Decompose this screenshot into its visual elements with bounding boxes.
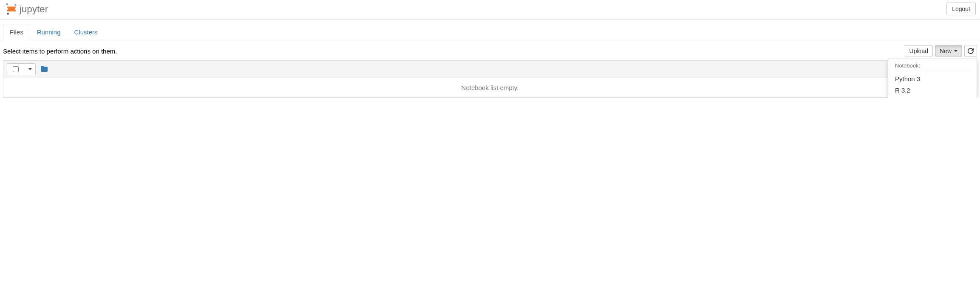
refresh-icon [968,48,974,54]
list-empty-message: Notebook list empty. [3,78,977,98]
folder-icon [41,66,48,72]
list-header [3,60,977,78]
new-dropdown-menu: Notebook: Python 3 R 3.2 R 3.3 R 3.4 Oth… [888,59,977,98]
select-all-checkbox-wrapper[interactable] [7,64,24,75]
caret-down-icon [28,68,32,70]
file-list-area: Notebook list empty. [0,60,980,98]
jupyter-logo[interactable]: jupyter [3,2,58,16]
new-r33[interactable]: R 3.3 [888,96,977,98]
select-all-group [7,63,36,75]
new-button[interactable]: New [935,45,962,56]
svg-point-1 [14,4,16,6]
header: jupyter Logout [0,0,980,20]
new-r32[interactable]: R 3.2 [888,84,977,96]
new-button-label: New [940,48,952,54]
tab-files[interactable]: Files [3,24,30,40]
dropdown-divider [895,71,970,71]
breadcrumb-folder[interactable] [41,66,48,73]
tabs-bar: Files Running Clusters [0,20,980,40]
toolbar-hint: Select items to perform actions on them. [3,48,117,55]
select-all-checkbox[interactable] [13,66,19,72]
select-dropdown[interactable] [24,64,35,75]
dropdown-header-notebook: Notebook: [888,61,977,70]
tab-clusters[interactable]: Clusters [68,24,105,40]
refresh-button[interactable] [964,45,977,57]
svg-point-0 [6,3,8,5]
tab-running[interactable]: Running [30,24,68,40]
toolbar: Select items to perform actions on them.… [0,40,980,60]
logout-button[interactable]: Logout [946,3,976,15]
brand-text: jupyter [19,4,48,14]
new-python3[interactable]: Python 3 [888,73,977,84]
caret-down-icon [954,50,957,52]
upload-button[interactable]: Upload [905,45,933,56]
svg-point-2 [7,13,9,15]
